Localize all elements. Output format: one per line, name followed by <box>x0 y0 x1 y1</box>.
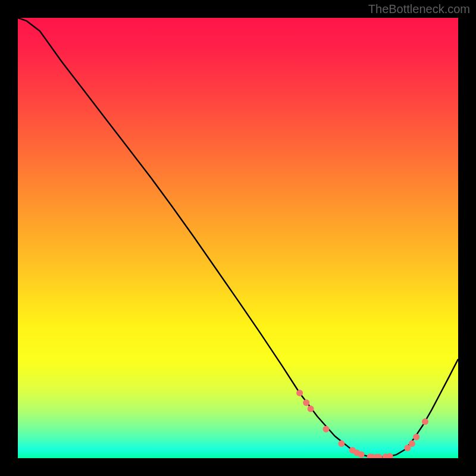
bottleneck-curve <box>18 18 458 458</box>
data-marker <box>409 440 415 447</box>
data-marker <box>296 390 303 396</box>
data-marker <box>413 434 419 440</box>
data-marker <box>387 453 393 458</box>
watermark-text: TheBottleneck.com <box>368 2 470 16</box>
data-marker <box>303 399 309 406</box>
chart-frame: TheBottleneck.com <box>0 0 476 476</box>
data-marker <box>358 452 365 458</box>
data-marker <box>308 406 314 412</box>
data-marker <box>323 426 330 433</box>
data-marker <box>338 440 345 447</box>
data-marker <box>422 418 428 425</box>
plot-area <box>18 18 458 458</box>
